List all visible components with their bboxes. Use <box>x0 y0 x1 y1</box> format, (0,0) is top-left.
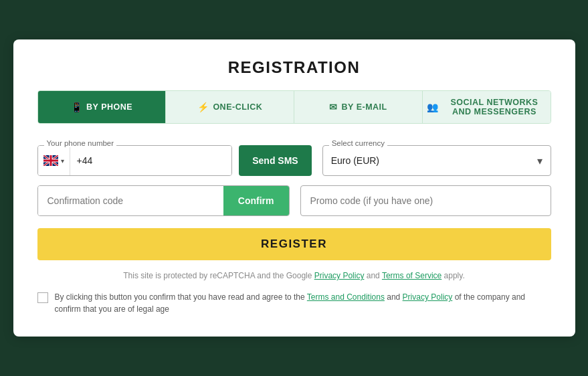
confirmation-code-input[interactable] <box>38 186 223 215</box>
social-icon: 👥 <box>427 102 439 112</box>
tab-one-click[interactable]: ⚡ ONE-CLICK <box>166 91 294 123</box>
phone-field-group: Your phone number ▾ S <box>37 145 312 176</box>
currency-wrapper2: Euro (EUR) USD GBP ▾ <box>322 145 551 176</box>
phone-label2: Your phone number <box>44 139 117 147</box>
recaptcha-text-after: apply. <box>442 271 464 280</box>
phone-input-wrapper2: ▾ <box>37 145 233 176</box>
country-selector2[interactable]: ▾ <box>38 146 70 175</box>
uk-flag-icon2 <box>43 155 58 166</box>
confirmation-row: Confirm <box>37 185 551 216</box>
currency-label2: Select currency <box>329 139 387 147</box>
email-icon: ✉ <box>329 102 338 112</box>
recaptcha-and: and <box>364 271 381 280</box>
terms-conditions-link[interactable]: Terms and Conditions <box>307 292 385 302</box>
consent-privacy-link[interactable]: Privacy Policy <box>403 292 453 302</box>
chevron-down-icon2: ▾ <box>61 157 64 165</box>
recaptcha-text-before: This site is protected by reCAPTCHA and … <box>123 271 314 280</box>
recaptcha-notice: This site is protected by reCAPTCHA and … <box>37 270 551 282</box>
page-title: REGISTRATION <box>37 58 551 77</box>
registration-tabs: 📱 BY PHONE ⚡ ONE-CLICK ✉ BY E-MAIL 👥 SOC… <box>37 90 551 124</box>
tab-social[interactable]: 👥 SOCIAL NETWORKS AND MESSENGERS <box>423 91 551 123</box>
confirm-button[interactable]: Confirm <box>223 186 289 215</box>
consent-before: By clicking this button you confirm that… <box>55 292 307 302</box>
currency-arrow2: ▾ <box>537 155 543 167</box>
register-button[interactable]: REGISTER <box>37 228 551 260</box>
currency-select2[interactable]: Euro (EUR) USD GBP <box>331 155 537 166</box>
terms-of-service-link[interactable]: Terms of Service <box>382 271 442 280</box>
confirmation-group: Confirm <box>37 185 290 216</box>
send-sms-button2[interactable]: Send SMS <box>239 145 311 176</box>
consent-text: By clicking this button you confirm that… <box>55 291 551 315</box>
phone-input2[interactable] <box>70 146 232 175</box>
currency-field-group: Select currency Euro (EUR) USD GBP ▾ <box>322 145 551 176</box>
consent-checkbox[interactable] <box>37 292 48 303</box>
lightning-icon: ⚡ <box>197 102 209 112</box>
consent-row: By clicking this button you confirm that… <box>37 291 551 315</box>
privacy-policy-link[interactable]: Privacy Policy <box>314 271 365 280</box>
tab-by-phone[interactable]: 📱 BY PHONE <box>38 91 167 123</box>
consent-and: and <box>385 292 403 302</box>
tab-by-email[interactable]: ✉ BY E-MAIL <box>294 91 423 123</box>
phone-icon: 📱 <box>71 102 83 112</box>
promo-code-input[interactable] <box>300 185 551 216</box>
registration-card: REGISTRATION 📱 BY PHONE ⚡ ONE-CLICK ✉ BY… <box>13 39 575 337</box>
promo-group <box>300 185 551 216</box>
phone-currency-row: Your phone number ▾ S <box>37 138 551 176</box>
